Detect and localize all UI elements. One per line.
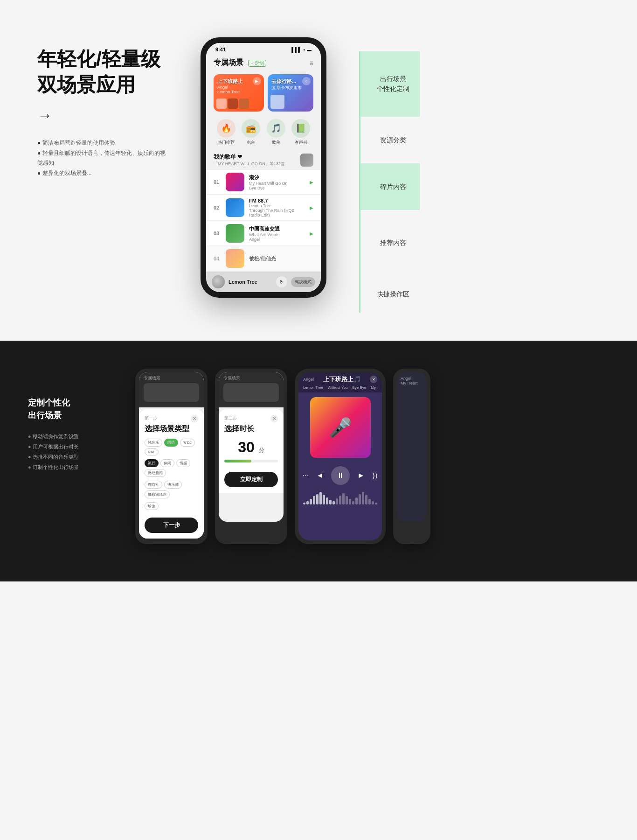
playlist-header: 我的歌单 ❤ 「MY HEART WILL GO ON」等132首 [206,150,321,169]
big-phone-screen: Angel 上下班路上🎵 ✕ Lemon Tree Without You By… [298,372,382,540]
song-info-3: 中国高速交通 What Are Words Angel [249,225,305,242]
label-resource-cat: 资源分类 [359,117,420,163]
refresh-btn[interactable]: ↻ [276,276,287,287]
song-album-3: Angel [249,237,305,242]
radio-label: 电台 [247,140,255,146]
bullet-1: 简洁布局营造轻量的使用体验 [37,138,168,148]
status-bar: 9:41 ▌▌▌ ▪ ▬ [206,43,321,54]
wave-bar-1 [306,501,309,505]
song-num-2: 02 [214,205,221,210]
tag-dj[interactable]: 女DJ [180,439,195,447]
genre-3[interactable]: 瑜伽 [145,502,159,510]
skip-btn[interactable]: ⟩⟩ [372,471,378,480]
dialog-1: 第一步 ✕ 选择场景类型 纯音乐 国语 女DJ RAP 流行 [139,409,204,539]
label-text-3: 推荐内容 [380,238,406,248]
more-btn[interactable]: ··· [303,471,309,480]
category-hot[interactable]: 🔥 热门推荐 [217,119,235,146]
wave-bar-17 [359,494,361,505]
player-controls: ··· ◄ ⏸ ► ⟩⟩ [298,462,382,489]
commute-artist: Angel [217,85,260,90]
close-icon-2[interactable]: ✕ [270,415,278,422]
mini-app-bg-1: 专属场景 [139,372,204,407]
next-track-btn[interactable]: ► [357,471,365,480]
mini-app-bg-2: 专属场景 [219,372,284,407]
b-bullet-0: 移动端操作复杂设置 [28,431,121,441]
category-audiobook[interactable]: 📗 有声书 [291,119,310,146]
scenario-card-travel[interactable]: 去旅行路... 澳 斯卡布罗集市 ○ [268,74,313,112]
wave-bar-13 [346,496,348,504]
right-labels: 出行场景 个性化定制 资源分类 碎片内容 推荐内容 快捷操作区 [359,51,420,313]
label-text-0: 出行场景 个性化定制 [377,74,409,94]
bullet-points: 简洁布局营造轻量的使用体验 轻量且细腻的设计语言，传达年轻化、娱乐向的视觉感知 … [37,138,168,178]
wave-bar-0 [303,503,305,505]
tag-recommend[interactable]: 流行 [145,459,159,467]
track-item-2: Bye Bye [352,385,366,390]
commute-thumbnails [216,98,249,109]
label-fragment: 碎片内容 [359,163,420,210]
song-arrow-1: ▶ [310,180,313,185]
commute-card-bg: 上下班路上 Angel Lemon Tree ▶ [214,74,264,112]
next-button[interactable]: 下一步 [145,518,198,533]
label-recommend: 推荐内容 [359,210,420,275]
song-artist-2: Lemon Tree [249,203,305,208]
tag-row-2: 流行 休闲 情感 财经新闻 [145,459,198,477]
wave-bar-8 [329,500,332,505]
song-item-2[interactable]: 02 FM 88.7 Lemon Tree Through The Rain (… [206,195,321,220]
song-arrow-2: ▶ [310,205,313,210]
play-pause-btn[interactable]: ⏸ [331,466,350,485]
bullet-3: 差异化的双场景叠... [37,168,168,179]
phone-screen: 9:41 ▌▌▌ ▪ ▬ 专属场景 + 定制 ≡ [206,43,321,292]
category-playlist[interactable]: 🎵 歌单 [267,119,285,146]
song-item-4[interactable]: 04 被松/仙仙光 [206,246,321,271]
time-slider[interactable] [224,460,278,462]
song-item-1[interactable]: 01 潮汐 My Heart Will Go On Bye Bye ▶ [206,170,321,194]
track-item-1: Without You [328,385,348,390]
genre-2[interactable]: 颜彩涂鸦迷 [145,490,170,498]
player-title-bar: Angel 上下班路上🎵 ✕ [303,375,377,384]
player-close-btn[interactable]: ✕ [370,376,377,383]
cover-art: 🎤 [310,397,371,458]
double-mode-btn[interactable]: 驾驶模式 [291,277,315,287]
wave-bar-2 [310,499,312,504]
tag-row-4: 瑜伽 [145,502,198,510]
hot-label: 热门推荐 [218,140,235,146]
genre-1[interactable]: 快乐师 [164,481,182,489]
song-item-3[interactable]: 03 中国高速交通 What Are Words Angel ▶ [206,221,321,245]
category-radio[interactable]: 📻 电台 [242,119,260,146]
hot-icon-bg: 🔥 [217,119,235,138]
bullet-2: 轻量且细腻的设计语言，传达年轻化、娱乐向的视觉感知 [37,148,168,168]
signal-icon: ▌▌▌ [291,47,301,52]
tag-emotion[interactable]: 情感 [176,459,190,467]
custom-badge[interactable]: + 定制 [248,60,266,67]
song-title-3: 中国高速交通 [249,225,305,232]
menu-icon[interactable]: ≡ [310,59,313,67]
player-bottom-bar[interactable]: Lemon Tree ↻ 驾驶模式 [206,272,321,292]
tag-pure[interactable]: 纯音乐 [145,439,162,447]
tag-chinese[interactable]: 国语 [164,439,178,447]
dialog-title-1: 选择场景类型 [145,424,198,434]
genre-0[interactable]: 鹿晗社 [145,481,162,489]
song-artist-3: What Are Words [249,232,305,237]
radio-icon: 📻 [246,123,256,133]
confirm-button[interactable]: 立即定制 [224,472,278,487]
tag-rap[interactable]: RAP [145,448,159,455]
mini-phone-screen-2: 专属场景 第二步 ✕ 选择时长 30 分 [219,372,284,522]
close-icon-1[interactable]: ✕ [191,415,198,422]
playlist-cover-icon[interactable] [300,154,313,167]
audiobook-label: 有声书 [295,140,307,146]
tag-news[interactable]: 财经新闻 [145,469,166,477]
playlist-icon-bg: 🎵 [267,119,285,138]
song-cover-1 [226,173,244,191]
wave-bar-15 [352,501,354,505]
time-unit: 分 [259,447,264,454]
commute-play-icon: ▶ [253,77,261,85]
scenario-card-commute[interactable]: 上下班路上 Angel Lemon Tree ▶ [214,74,264,112]
bottom-left-text: 定制个性化 出行场景 移动端操作复杂设置 用户可根据出行时长 选择不同的音乐类型… [28,369,121,472]
wave-bar-9 [332,501,335,505]
bottom-section-inner: 定制个性化 出行场景 移动端操作复杂设置 用户可根据出行时长 选择不同的音乐类型… [28,369,609,544]
next-btn-container: 下一步 [145,518,198,533]
prev-btn[interactable]: ◄ [316,471,324,480]
tag-relax[interactable]: 休闲 [160,459,174,467]
wave-bar-14 [349,499,351,504]
song-cover-2 [226,198,244,217]
